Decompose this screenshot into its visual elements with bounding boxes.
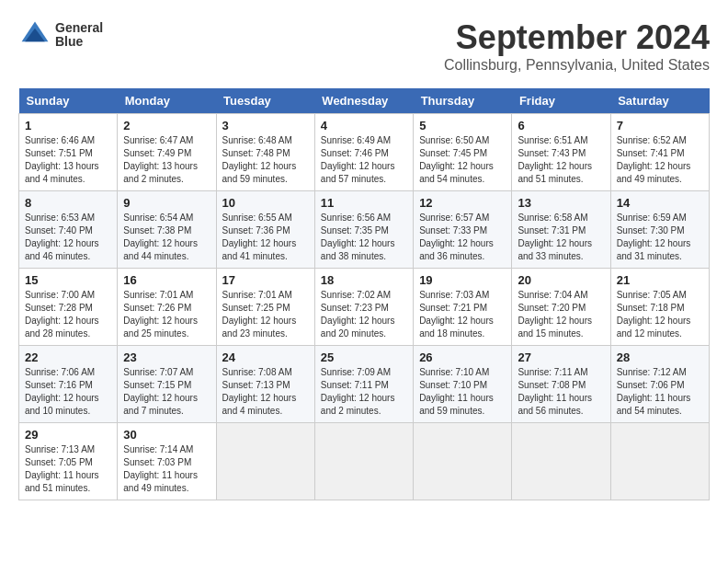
calendar-cell: 3Sunrise: 6:48 AMSunset: 7:48 PMDaylight… xyxy=(216,114,314,191)
calendar-cell: 13Sunrise: 6:58 AMSunset: 7:31 PMDayligh… xyxy=(512,191,610,269)
day-info: Sunrise: 6:59 AMSunset: 7:30 PMDaylight:… xyxy=(617,212,703,263)
week-row-4: 22Sunrise: 7:06 AMSunset: 7:16 PMDayligh… xyxy=(19,346,710,423)
calendar-body: 1Sunrise: 6:46 AMSunset: 7:51 PMDaylight… xyxy=(19,114,710,500)
day-number: 30 xyxy=(123,428,210,442)
header: General Blue September 2024 Collinsburg,… xyxy=(18,18,710,74)
calendar-cell: 18Sunrise: 7:02 AMSunset: 7:23 PMDayligh… xyxy=(314,269,413,346)
calendar-cell: 20Sunrise: 7:04 AMSunset: 7:20 PMDayligh… xyxy=(512,269,610,346)
calendar-cell: 24Sunrise: 7:08 AMSunset: 7:13 PMDayligh… xyxy=(216,346,314,423)
day-number: 14 xyxy=(617,196,703,210)
calendar-cell xyxy=(314,423,413,500)
day-info: Sunrise: 6:50 AMSunset: 7:45 PMDaylight:… xyxy=(419,134,506,186)
week-row-5: 29Sunrise: 7:13 AMSunset: 7:05 PMDayligh… xyxy=(19,423,710,500)
calendar-cell: 6Sunrise: 6:51 AMSunset: 7:43 PMDaylight… xyxy=(512,114,610,191)
calendar-cell: 2Sunrise: 6:47 AMSunset: 7:49 PMDaylight… xyxy=(118,114,216,191)
day-info: Sunrise: 7:01 AMSunset: 7:26 PMDaylight:… xyxy=(123,289,210,340)
day-number: 1 xyxy=(25,119,111,132)
day-info: Sunrise: 6:47 AMSunset: 7:49 PMDaylight:… xyxy=(123,134,210,186)
day-info: Sunrise: 7:11 AMSunset: 7:08 PMDaylight:… xyxy=(518,366,604,418)
day-number: 5 xyxy=(419,119,506,132)
day-number: 28 xyxy=(617,350,703,364)
calendar-cell: 16Sunrise: 7:01 AMSunset: 7:26 PMDayligh… xyxy=(118,269,216,346)
day-number: 26 xyxy=(419,350,506,364)
week-row-1: 1Sunrise: 6:46 AMSunset: 7:51 PMDaylight… xyxy=(19,114,710,191)
day-info: Sunrise: 6:52 AMSunset: 7:41 PMDaylight:… xyxy=(617,134,703,186)
day-info: Sunrise: 6:54 AMSunset: 7:38 PMDaylight:… xyxy=(123,212,210,263)
day-number: 6 xyxy=(518,119,604,132)
day-info: Sunrise: 7:09 AMSunset: 7:11 PMDaylight:… xyxy=(321,366,407,418)
day-info: Sunrise: 7:00 AMSunset: 7:28 PMDaylight:… xyxy=(25,289,111,340)
day-number: 4 xyxy=(321,119,407,132)
title-section: September 2024 Collinsburg, Pennsylvania… xyxy=(444,18,710,74)
day-info: Sunrise: 7:07 AMSunset: 7:15 PMDaylight:… xyxy=(123,366,210,418)
day-info: Sunrise: 6:48 AMSunset: 7:48 PMDaylight:… xyxy=(222,134,309,186)
day-number: 17 xyxy=(222,273,309,287)
day-info: Sunrise: 7:05 AMSunset: 7:18 PMDaylight:… xyxy=(617,289,703,340)
calendar-cell xyxy=(610,423,709,500)
day-info: Sunrise: 7:01 AMSunset: 7:25 PMDaylight:… xyxy=(222,289,309,340)
calendar-cell: 21Sunrise: 7:05 AMSunset: 7:18 PMDayligh… xyxy=(610,269,709,346)
calendar-cell: 22Sunrise: 7:06 AMSunset: 7:16 PMDayligh… xyxy=(19,346,118,423)
day-info: Sunrise: 7:06 AMSunset: 7:16 PMDaylight:… xyxy=(25,366,111,418)
calendar-header: SundayMondayTuesdayWednesdayThursdayFrid… xyxy=(19,88,710,114)
subtitle: Collinsburg, Pennsylvania, United States xyxy=(444,57,710,74)
calendar-cell: 9Sunrise: 6:54 AMSunset: 7:38 PMDaylight… xyxy=(118,191,216,269)
day-number: 24 xyxy=(222,350,309,364)
calendar-cell: 10Sunrise: 6:55 AMSunset: 7:36 PMDayligh… xyxy=(216,191,314,269)
logo-line1: General xyxy=(55,21,103,35)
calendar-cell: 30Sunrise: 7:14 AMSunset: 7:03 PMDayligh… xyxy=(118,423,216,500)
logo-icon xyxy=(18,18,51,52)
day-number: 7 xyxy=(617,119,703,132)
day-number: 10 xyxy=(222,196,309,210)
day-info: Sunrise: 7:02 AMSunset: 7:23 PMDaylight:… xyxy=(321,289,407,340)
day-number: 11 xyxy=(321,196,407,210)
week-row-2: 8Sunrise: 6:53 AMSunset: 7:40 PMDaylight… xyxy=(19,191,710,269)
day-info: Sunrise: 6:56 AMSunset: 7:35 PMDaylight:… xyxy=(321,212,407,263)
day-number: 25 xyxy=(321,350,407,364)
day-number: 27 xyxy=(518,350,604,364)
week-row-3: 15Sunrise: 7:00 AMSunset: 7:28 PMDayligh… xyxy=(19,269,710,346)
calendar-cell: 8Sunrise: 6:53 AMSunset: 7:40 PMDaylight… xyxy=(19,191,118,269)
day-number: 29 xyxy=(25,428,111,442)
header-day-tuesday: Tuesday xyxy=(216,88,314,114)
logo-line2: Blue xyxy=(55,35,103,49)
day-number: 23 xyxy=(123,350,210,364)
day-info: Sunrise: 7:10 AMSunset: 7:10 PMDaylight:… xyxy=(419,366,506,418)
day-number: 9 xyxy=(123,196,210,210)
calendar-cell: 29Sunrise: 7:13 AMSunset: 7:05 PMDayligh… xyxy=(19,423,118,500)
logo: General Blue xyxy=(18,18,103,52)
day-number: 18 xyxy=(321,273,407,287)
calendar-cell: 11Sunrise: 6:56 AMSunset: 7:35 PMDayligh… xyxy=(314,191,413,269)
day-info: Sunrise: 7:13 AMSunset: 7:05 PMDaylight:… xyxy=(25,443,111,495)
header-row: SundayMondayTuesdayWednesdayThursdayFrid… xyxy=(19,88,710,114)
calendar-cell: 14Sunrise: 6:59 AMSunset: 7:30 PMDayligh… xyxy=(610,191,709,269)
day-info: Sunrise: 6:49 AMSunset: 7:46 PMDaylight:… xyxy=(321,134,407,186)
day-info: Sunrise: 6:46 AMSunset: 7:51 PMDaylight:… xyxy=(25,134,111,186)
day-number: 21 xyxy=(617,273,703,287)
day-info: Sunrise: 6:57 AMSunset: 7:33 PMDaylight:… xyxy=(419,212,506,263)
header-day-thursday: Thursday xyxy=(414,88,512,114)
day-number: 13 xyxy=(518,196,604,210)
calendar-cell: 26Sunrise: 7:10 AMSunset: 7:10 PMDayligh… xyxy=(414,346,512,423)
day-info: Sunrise: 7:04 AMSunset: 7:20 PMDaylight:… xyxy=(518,289,604,340)
day-info: Sunrise: 6:55 AMSunset: 7:36 PMDaylight:… xyxy=(222,212,309,263)
header-day-monday: Monday xyxy=(118,88,216,114)
day-number: 20 xyxy=(518,273,604,287)
header-day-friday: Friday xyxy=(512,88,610,114)
day-number: 22 xyxy=(25,350,111,364)
day-number: 15 xyxy=(25,273,111,287)
calendar-cell: 19Sunrise: 7:03 AMSunset: 7:21 PMDayligh… xyxy=(414,269,512,346)
main-title: September 2024 xyxy=(444,18,710,57)
calendar-cell: 28Sunrise: 7:12 AMSunset: 7:06 PMDayligh… xyxy=(610,346,709,423)
header-day-saturday: Saturday xyxy=(610,88,709,114)
header-day-wednesday: Wednesday xyxy=(314,88,413,114)
calendar-cell xyxy=(414,423,512,500)
day-info: Sunrise: 7:14 AMSunset: 7:03 PMDaylight:… xyxy=(123,443,210,495)
day-info: Sunrise: 6:51 AMSunset: 7:43 PMDaylight:… xyxy=(518,134,604,186)
header-day-sunday: Sunday xyxy=(19,88,118,114)
calendar-cell: 7Sunrise: 6:52 AMSunset: 7:41 PMDaylight… xyxy=(610,114,709,191)
day-number: 3 xyxy=(222,119,309,132)
calendar-cell: 4Sunrise: 6:49 AMSunset: 7:46 PMDaylight… xyxy=(314,114,413,191)
calendar-cell xyxy=(216,423,314,500)
logo-text: General Blue xyxy=(55,21,103,50)
